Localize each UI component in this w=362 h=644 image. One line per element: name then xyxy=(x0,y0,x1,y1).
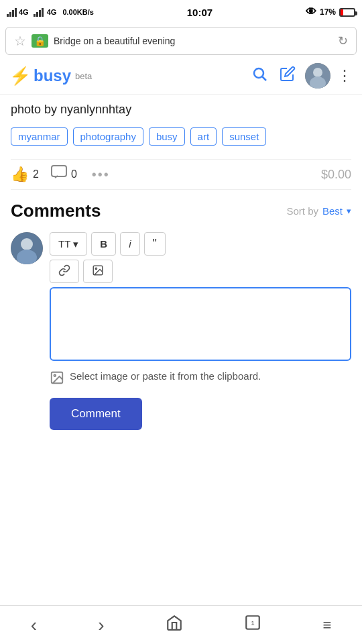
forward-button[interactable]: › xyxy=(94,610,108,640)
svg-text:1: 1 xyxy=(251,619,254,627)
dropdown-arrow: ▾ xyxy=(73,238,78,250)
address-bar[interactable]: ☆ 🔒 Bridge on a beautiful evening ↻ xyxy=(5,27,357,55)
signal-bars-1 xyxy=(7,8,17,17)
svg-point-11 xyxy=(95,268,97,269)
tag-photography[interactable]: photography xyxy=(73,127,143,146)
network-type-1: 4G xyxy=(19,8,29,16)
editor-toolbar: TT ▾ B i " xyxy=(50,232,351,256)
status-bar: 4G 4G 0.00KB/s 10:07 👁 17% xyxy=(0,0,362,24)
text-size-button[interactable]: TT ▾ xyxy=(50,232,87,256)
quote-button[interactable]: " xyxy=(144,232,166,256)
image-hint: Select image or paste it from the clipbo… xyxy=(11,370,351,388)
tag-sunset[interactable]: sunset xyxy=(222,127,266,146)
link-icon xyxy=(58,264,70,278)
tags-container: myanmar photography busy art sunset xyxy=(11,127,351,146)
bold-label: B xyxy=(100,238,107,250)
post-price: $0.00 xyxy=(321,168,351,182)
network-type-2: 4G xyxy=(47,8,57,16)
back-button[interactable]: ‹ xyxy=(27,610,41,640)
signal-bars-2 xyxy=(34,8,44,17)
comments-title: Comments xyxy=(11,201,101,221)
actions-row: 👍 2 0 ••• $0.00 xyxy=(11,159,351,190)
battery-icon xyxy=(339,8,355,17)
svg-point-4 xyxy=(313,68,322,77)
more-icon[interactable]: ⋮ xyxy=(337,67,353,85)
lock-icon: 🔒 xyxy=(32,34,48,48)
signal-area: 4G 4G 0.00KB/s xyxy=(7,8,94,17)
eye-icon: 👁 xyxy=(306,6,316,18)
clock: 10:07 xyxy=(187,7,213,18)
status-right: 👁 17% xyxy=(306,6,355,18)
battery-percent: 17% xyxy=(320,7,336,17)
bolt-icon: ⚡ xyxy=(9,66,31,87)
comment-textarea[interactable] xyxy=(50,287,351,361)
italic-label: i xyxy=(129,238,131,250)
text-size-label: TT xyxy=(58,238,70,250)
comment-submit-button[interactable]: Comment xyxy=(50,398,142,430)
more-actions-icon[interactable]: ••• xyxy=(92,167,110,182)
editor-area: TT ▾ B i " xyxy=(50,232,351,364)
image-insert-button[interactable] xyxy=(83,260,113,283)
sort-by-label: Sort by xyxy=(286,205,318,217)
photo-credit: photo by nyanlynnhtay xyxy=(11,103,351,117)
image-hint-text: Select image or paste it from the clipbo… xyxy=(70,370,261,382)
image-hint-icon xyxy=(50,370,64,388)
comment-icon[interactable] xyxy=(51,165,67,184)
tag-myanmar[interactable]: myanmar xyxy=(11,127,68,146)
app-name: busy xyxy=(34,66,71,85)
like-action[interactable]: 👍 2 xyxy=(11,166,39,183)
italic-button[interactable]: i xyxy=(120,232,139,256)
image-insert-icon xyxy=(92,264,104,278)
svg-line-1 xyxy=(263,77,267,81)
svg-line-2 xyxy=(282,68,293,79)
comment-count: 0 xyxy=(71,168,77,180)
svg-point-13 xyxy=(54,374,56,376)
bold-button[interactable]: B xyxy=(91,232,116,256)
user-avatar xyxy=(11,232,43,264)
editor-toolbar-row2 xyxy=(50,260,351,283)
link-button[interactable] xyxy=(50,260,79,283)
svg-point-0 xyxy=(254,68,263,78)
like-icon[interactable]: 👍 xyxy=(11,166,29,183)
avatar[interactable] xyxy=(305,63,330,89)
data-speed: 0.00KB/s xyxy=(62,8,93,16)
beta-label: beta xyxy=(75,71,92,81)
sort-container[interactable]: Sort by Best ▾ xyxy=(286,205,351,217)
battery-fill xyxy=(341,9,343,15)
post-content: photo by nyanlynnhtay myanmar photograph… xyxy=(0,95,362,438)
svg-point-8 xyxy=(21,238,33,250)
menu-button[interactable]: ≡ xyxy=(318,612,335,638)
page-title: Bridge on a beautiful evening xyxy=(54,36,333,46)
nav-bar: ⚡ busy beta ⋮ xyxy=(0,58,362,95)
comment-editor: TT ▾ B i " xyxy=(11,232,351,364)
tag-art[interactable]: art xyxy=(190,127,217,146)
bookmark-icon[interactable]: ☆ xyxy=(14,33,26,49)
chevron-down-icon[interactable]: ▾ xyxy=(347,206,351,216)
comment-action[interactable]: 0 xyxy=(51,165,77,184)
edit-icon[interactable] xyxy=(280,66,296,86)
tag-busy[interactable]: busy xyxy=(149,127,185,146)
bottom-nav: ‹ › 1 ≡ xyxy=(0,605,362,644)
home-button[interactable] xyxy=(162,610,187,640)
svg-rect-6 xyxy=(52,166,66,176)
reload-icon[interactable]: ↻ xyxy=(338,34,348,48)
comments-header: Comments Sort by Best ▾ xyxy=(11,201,351,221)
sort-value[interactable]: Best xyxy=(322,205,343,217)
quote-icon: " xyxy=(153,237,157,251)
search-icon[interactable] xyxy=(251,66,267,86)
like-count: 2 xyxy=(33,168,39,180)
tab-button[interactable]: 1 xyxy=(240,610,265,640)
logo-container: ⚡ busy beta xyxy=(9,66,242,87)
